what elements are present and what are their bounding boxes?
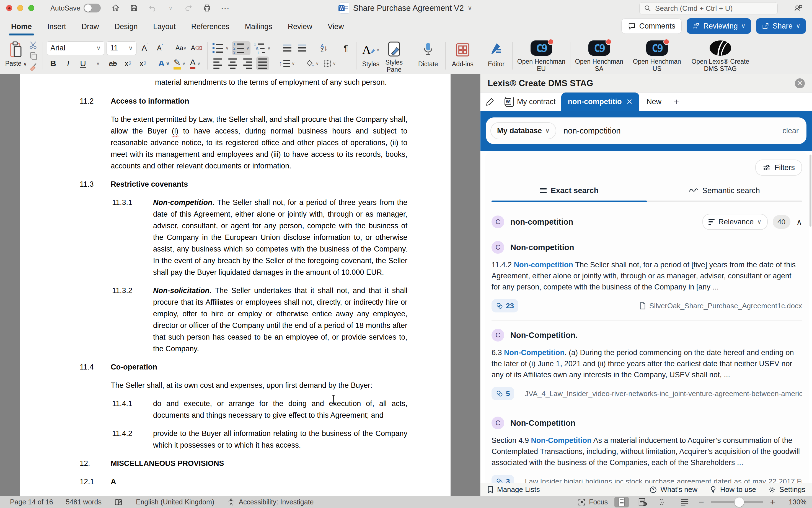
word-count[interactable]: 5481 words bbox=[66, 498, 102, 506]
tab-exact-search[interactable]: Exact search bbox=[491, 186, 647, 201]
add-tab-button[interactable]: + bbox=[669, 92, 684, 111]
autosave-toggle[interactable] bbox=[84, 4, 101, 12]
heading-12[interactable]: 12. MISCELLANEOUS PROVISIONS bbox=[80, 458, 408, 469]
tab-references[interactable]: References bbox=[191, 18, 230, 35]
undo-icon[interactable] bbox=[147, 3, 157, 13]
tab-my-contract[interactable]: W My contract bbox=[500, 92, 561, 111]
tab-insert[interactable]: Insert bbox=[47, 18, 67, 35]
addins-button[interactable]: Add-ins bbox=[449, 39, 476, 72]
clause-11-4-1[interactable]: 11.4.1 do and execute, or arrange for th… bbox=[80, 398, 408, 421]
zoom-window-button[interactable] bbox=[28, 5, 34, 11]
result-title[interactable]: Non-Competition. bbox=[510, 331, 578, 340]
font-color-button[interactable]: A∨ bbox=[189, 56, 201, 70]
web-layout-view-button[interactable] bbox=[635, 497, 650, 507]
manage-lists-button[interactable]: Manage Lists bbox=[487, 485, 540, 494]
source-file[interactable]: Law Insider biglari-holdings-inc stock-p… bbox=[521, 477, 802, 483]
share-button[interactable]: Share∨ bbox=[756, 18, 806, 34]
open-henchman-sa-button[interactable]: C9 Open Henchman SA bbox=[574, 39, 624, 72]
editor-button[interactable]: Editor bbox=[484, 39, 509, 72]
focus-mode-button[interactable]: Focus bbox=[578, 498, 608, 506]
dictate-button[interactable]: Dictate bbox=[415, 39, 441, 72]
tab-new[interactable]: New bbox=[639, 92, 669, 111]
clause-11-3-2[interactable]: 11.3.2 Non-solicitation. The Seller unde… bbox=[80, 285, 408, 354]
clear-search-button[interactable]: clear bbox=[782, 127, 799, 135]
save-icon[interactable] bbox=[129, 3, 139, 13]
settings-button[interactable]: Settings bbox=[768, 485, 805, 494]
paragraph-continuation[interactable]: material amendments to the terms of empl… bbox=[155, 77, 387, 88]
comments-button[interactable]: Comments bbox=[621, 18, 682, 34]
styles-pane-button[interactable]: Styles Pane bbox=[381, 39, 407, 72]
linked-clauses-badge[interactable]: 5 bbox=[491, 387, 514, 400]
decrease-indent-button[interactable] bbox=[281, 41, 294, 55]
tab-design[interactable]: Design bbox=[114, 18, 138, 35]
tab-review[interactable]: Review bbox=[287, 18, 313, 35]
collapse-chevron-icon[interactable]: ∧ bbox=[797, 217, 802, 226]
linked-clauses-badge[interactable]: 23 bbox=[491, 299, 518, 312]
heading-11-4[interactable]: 11.4 Co-operation bbox=[80, 361, 408, 373]
document-title[interactable]: Share Purchase Agreement V2 bbox=[353, 4, 464, 13]
superscript-button[interactable]: x2 bbox=[136, 56, 149, 70]
paste-button[interactable]: Paste ∨ bbox=[4, 39, 28, 72]
line-spacing-button[interactable]: ↕∨ bbox=[278, 56, 296, 70]
zoom-slider-knob[interactable] bbox=[734, 498, 744, 507]
database-select[interactable]: My database∨ bbox=[490, 122, 556, 139]
increase-indent-button[interactable] bbox=[296, 41, 308, 55]
page-indicator[interactable]: Page 14 of 16 bbox=[10, 498, 53, 506]
open-henchman-eu-button[interactable]: C9 Open Henchman EU bbox=[516, 39, 566, 72]
result-item-1[interactable]: C Non-competition 11.4.2 Non-competition… bbox=[491, 233, 802, 320]
paragraph-11-2[interactable]: To the extent permitted by Law, the Sell… bbox=[111, 114, 408, 172]
subscript-button[interactable]: x2 bbox=[122, 56, 134, 70]
align-left-button[interactable] bbox=[211, 56, 224, 70]
heading-12-1-clipped[interactable]: 12.1 A bbox=[80, 476, 408, 488]
print-icon[interactable] bbox=[202, 3, 212, 13]
tab-non-competition-active[interactable]: non-competitio ✕ bbox=[561, 92, 639, 111]
underline-chevron[interactable]: ∨ bbox=[92, 56, 104, 70]
search-query[interactable]: non-competition bbox=[564, 126, 620, 135]
panel-scrollbar[interactable] bbox=[810, 155, 811, 226]
language-indicator[interactable]: English (United Kingdom) bbox=[136, 498, 214, 506]
styles-button[interactable]: A∨ Styles bbox=[360, 39, 381, 72]
linked-clauses-badge[interactable]: 3 bbox=[491, 475, 514, 483]
cut-icon[interactable] bbox=[29, 41, 38, 49]
italic-button[interactable]: I bbox=[62, 56, 75, 70]
home-icon[interactable] bbox=[111, 3, 121, 13]
tab-layout[interactable]: Layout bbox=[153, 18, 176, 35]
panel-search-bar[interactable]: My database∨ non-competition clear bbox=[486, 118, 807, 144]
tab-semantic-search[interactable]: Semantic search bbox=[647, 186, 802, 201]
align-center-button[interactable] bbox=[226, 56, 239, 70]
whats-new-button[interactable]: What's new bbox=[649, 485, 698, 494]
result-item-3[interactable]: C Non-Competition Section 4.9 Non-Compet… bbox=[491, 408, 802, 483]
proofing-errors-icon[interactable] bbox=[114, 498, 123, 506]
redo-icon[interactable] bbox=[184, 3, 194, 13]
font-size-select[interactable]: 11∨ bbox=[106, 41, 136, 55]
snippet-link[interactable]: Non-Competition bbox=[504, 348, 565, 357]
undo-chevron-icon[interactable]: ∨ bbox=[165, 3, 176, 13]
numbered-list-button[interactable]: 123 ∨ bbox=[232, 41, 250, 55]
strikethrough-button[interactable]: ab bbox=[106, 56, 119, 70]
multilevel-list-button[interactable]: 1ai ∨ bbox=[253, 41, 272, 55]
draft-view-button[interactable] bbox=[677, 497, 692, 507]
zoom-in-button[interactable]: + bbox=[770, 497, 775, 507]
outline-view-button[interactable] bbox=[657, 497, 671, 507]
font-name-select[interactable]: Arial∨ bbox=[47, 41, 104, 55]
paragraph-11-4[interactable]: The Seller shall, at its own cost and ex… bbox=[111, 379, 408, 391]
shrink-font-button[interactable]: Aˇ bbox=[154, 41, 166, 55]
accessibility-status[interactable]: Accessibility: Investigate bbox=[227, 498, 314, 506]
panel-close-button[interactable]: ✕ bbox=[795, 78, 805, 88]
justify-button[interactable] bbox=[256, 56, 269, 70]
borders-button[interactable]: ∨ bbox=[322, 56, 337, 70]
source-file[interactable]: SilverOak_Share_Purchase_Agreement1c.doc… bbox=[639, 302, 802, 310]
snippet-link[interactable]: Non-competition bbox=[514, 261, 573, 269]
clause-11-4-2[interactable]: 11.4.2 provide to the Buyer all informat… bbox=[80, 428, 408, 451]
presence-icon[interactable] bbox=[793, 3, 804, 13]
open-lexis-create-button[interactable]: Open Lexis® Create DMS STAG bbox=[690, 39, 751, 72]
clear-formatting-button[interactable]: A⌫ bbox=[190, 41, 203, 55]
change-case-button[interactable]: Aa ∨ bbox=[174, 41, 188, 55]
clause-11-3-1[interactable]: 11.3.1 Non-competition. The Seller shall… bbox=[80, 197, 408, 278]
zoom-slider[interactable] bbox=[711, 501, 763, 503]
sort-select[interactable]: Relevance∨ bbox=[703, 214, 768, 230]
result-group-header[interactable]: C non-competition Relevance∨ 40 ∧ bbox=[491, 214, 802, 230]
print-layout-view-button[interactable] bbox=[614, 497, 629, 507]
tab-draw[interactable]: Draw bbox=[81, 18, 100, 35]
heading-11-3[interactable]: 11.3 Restrictive covenants bbox=[80, 178, 408, 190]
